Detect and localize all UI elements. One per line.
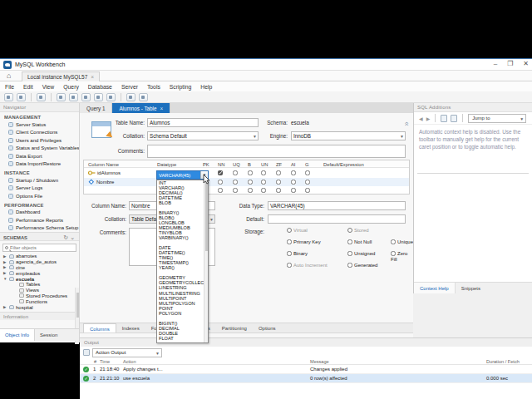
- create-schema-icon[interactable]: [57, 93, 66, 101]
- zf-checkbox[interactable]: [276, 170, 281, 175]
- tab-close-icon[interactable]: ×: [160, 106, 163, 111]
- nn-checkbox[interactable]: [218, 180, 223, 185]
- expander-icon[interactable]: ▶: [3, 254, 7, 259]
- tab-session[interactable]: Session: [35, 329, 62, 341]
- close-button[interactable]: ✕: [523, 60, 529, 67]
- schema-tree-node[interactable]: Tables: [0, 282, 79, 288]
- jump-to-select[interactable]: Jump to▼: [468, 114, 526, 123]
- unique-checkbox[interactable]: [391, 239, 396, 244]
- table-name-input[interactable]: Alumnos: [147, 118, 259, 127]
- sidebar-item[interactable]: Dashboard: [0, 209, 79, 217]
- datatype-dropdown-list[interactable]: INTVARCHAR()DECIMAL()DATETIMEBLOBBINARY(…: [156, 180, 209, 343]
- toggle-auto-help-icon[interactable]: [451, 115, 457, 122]
- sidebar-item[interactable]: Server Logs: [0, 185, 79, 193]
- default-input[interactable]: [268, 214, 406, 224]
- schema-tree-node[interactable]: Stored Procedures: [0, 293, 79, 299]
- ai-checkbox[interactable]: [291, 188, 296, 193]
- b-checkbox[interactable]: [248, 180, 253, 185]
- schema-tree-node[interactable]: ▶empleados: [0, 270, 79, 276]
- binary-checkbox[interactable]: [287, 251, 292, 256]
- menu-item[interactable]: Server: [121, 84, 138, 90]
- editor-subtab[interactable]: Options: [253, 323, 282, 332]
- menu-item[interactable]: Edit: [23, 84, 33, 90]
- sidebar-item[interactable]: Server Status: [0, 121, 79, 129]
- uq-checkbox[interactable]: [233, 188, 238, 193]
- g-checkbox[interactable]: [305, 188, 310, 193]
- sidebar-item[interactable]: Users and Privileges: [0, 136, 79, 145]
- sidebar-item[interactable]: Startup / Shutdown: [0, 176, 79, 185]
- collation-select[interactable]: Schema Default▼: [147, 131, 259, 140]
- sidebar-item[interactable]: Client Connections: [0, 129, 79, 137]
- open-script-icon[interactable]: [17, 93, 26, 101]
- column-row-nombre[interactable]: Nombre: [84, 178, 409, 186]
- sidebar-item[interactable]: Performance Reports: [0, 216, 79, 224]
- engine-select[interactable]: InnoDB▼: [291, 131, 406, 140]
- column-row-new[interactable]: [84, 186, 409, 195]
- menu-item[interactable]: Tools: [147, 84, 160, 90]
- menu-item[interactable]: Database: [88, 84, 112, 90]
- sidebar-item[interactable]: Options File: [0, 192, 79, 200]
- menu-item[interactable]: File: [5, 84, 14, 90]
- sidebar-item[interactable]: Data Import/Restore: [0, 160, 79, 169]
- dropdown-scrollbar[interactable]: [204, 180, 208, 342]
- menu-item[interactable]: Scripting: [170, 84, 191, 90]
- expander-icon[interactable]: ▶: [3, 265, 7, 269]
- preferences-icon[interactable]: [139, 93, 148, 101]
- schema-tree-node[interactable]: ▶hospital: [0, 304, 79, 310]
- unsigned-checkbox[interactable]: [347, 251, 352, 256]
- forward-icon[interactable]: ▶: [426, 116, 431, 121]
- schema-tree-node[interactable]: Functions: [0, 298, 79, 304]
- editor-subtab[interactable]: Indexes: [116, 323, 145, 332]
- expander-icon[interactable]: ▶: [3, 271, 7, 275]
- minimize-button[interactable]: –: [494, 60, 497, 67]
- zero-fill-checkbox[interactable]: [391, 251, 396, 256]
- stored-radio[interactable]: [347, 228, 352, 233]
- expand-panel-icon[interactable]: ⌄: [70, 234, 76, 240]
- un-checkbox[interactable]: [261, 180, 266, 185]
- tab-snippets[interactable]: Snippets: [456, 283, 486, 293]
- menu-item[interactable]: Query: [63, 84, 79, 90]
- menu-item[interactable]: Help: [200, 84, 212, 90]
- comments-textarea[interactable]: [147, 145, 406, 158]
- datatype-option[interactable]: FLOAT: [157, 336, 208, 341]
- tab-object-info[interactable]: Object Info: [0, 329, 35, 341]
- g-checkbox[interactable]: [305, 180, 310, 185]
- uq-checkbox[interactable]: [233, 170, 238, 175]
- output-view-select[interactable]: Action Output▼: [92, 348, 162, 357]
- inspector-icon[interactable]: [37, 93, 46, 101]
- expander-icon[interactable]: ▶: [3, 305, 7, 309]
- b-checkbox[interactable]: [248, 188, 253, 193]
- filter-input[interactable]: [10, 245, 68, 250]
- refresh-icon[interactable]: ↻: [63, 234, 70, 240]
- sidebar-item[interactable]: Status and System Variables: [0, 145, 79, 153]
- output-row[interactable]: ✓ 1 21:18:40 Apply changes t... Changes …: [80, 365, 532, 374]
- ai-checkbox[interactable]: [291, 180, 296, 185]
- un-checkbox[interactable]: [261, 188, 266, 193]
- connection-tab[interactable]: Local instance MySQL57×: [22, 71, 100, 81]
- search-icon[interactable]: [126, 93, 135, 101]
- auto-increment-checkbox[interactable]: [287, 263, 292, 268]
- generated-checkbox[interactable]: [347, 263, 352, 268]
- combo-dropdown-icon[interactable]: ▼: [200, 171, 208, 179]
- not-null-checkbox[interactable]: [347, 239, 352, 244]
- create-view-icon[interactable]: [81, 93, 91, 101]
- nn-checkbox[interactable]: [218, 170, 223, 175]
- schema-tree-node[interactable]: Views: [0, 288, 79, 293]
- schema-tree-node[interactable]: ▶abarrotes: [0, 254, 79, 259]
- create-table-icon[interactable]: [69, 93, 78, 101]
- ai-checkbox[interactable]: [291, 170, 296, 175]
- expander-icon[interactable]: ▶: [3, 260, 7, 264]
- create-function-icon[interactable]: [106, 93, 116, 101]
- data-type-input[interactable]: VARCHAR(45): [268, 201, 406, 210]
- g-checkbox[interactable]: [305, 170, 310, 175]
- output-row[interactable]: ✓ 2 21:21:10 use escuela 0 row(s) affect…: [80, 374, 532, 383]
- editor-subtab[interactable]: Columns: [83, 323, 116, 332]
- uq-checkbox[interactable]: [233, 180, 238, 185]
- restore-button[interactable]: ❐: [507, 60, 513, 67]
- primary-key-checkbox[interactable]: [287, 239, 292, 244]
- tab-context-help[interactable]: Context Help: [414, 283, 456, 293]
- connection-tab-close-icon[interactable]: ×: [91, 74, 94, 80]
- new-sql-tab-icon[interactable]: [4, 93, 13, 101]
- schema-tree-node[interactable]: ▶cine: [0, 265, 79, 271]
- datatype-combo[interactable]: VARCHAR(45) ▼: [156, 170, 209, 180]
